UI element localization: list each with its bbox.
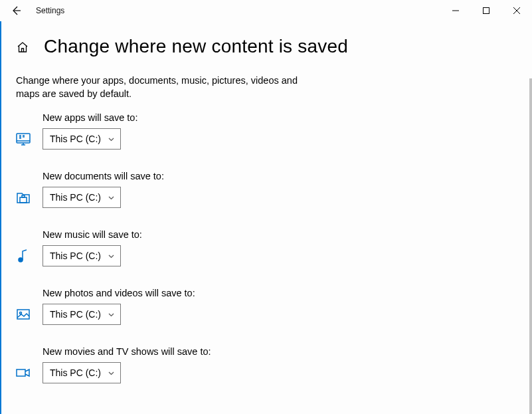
dropdown-value: This PC (C:) <box>50 367 101 378</box>
setting-apps: New apps will save to: This PC (C:) <box>16 112 517 150</box>
svg-rect-7 <box>17 369 25 376</box>
maximize-button[interactable] <box>471 0 501 21</box>
page-title: Change where new content is saved <box>44 36 348 57</box>
chevron-down-icon <box>108 253 115 260</box>
window-title: Settings <box>36 6 64 15</box>
chevron-down-icon <box>108 369 115 377</box>
svg-point-4 <box>19 258 23 262</box>
setting-photos: New photos and videos will save to: This… <box>16 288 517 325</box>
setting-movies: New movies and TV shows will save to: Th… <box>16 346 517 383</box>
chevron-down-icon <box>108 136 115 143</box>
home-button[interactable] <box>16 41 29 54</box>
close-icon <box>513 7 520 14</box>
svg-rect-3 <box>22 195 25 197</box>
music-location-dropdown[interactable]: This PC (C:) <box>43 245 121 266</box>
scrollbar[interactable] <box>529 78 532 414</box>
photos-location-dropdown[interactable]: This PC (C:) <box>43 304 121 325</box>
maximize-icon <box>483 7 489 14</box>
svg-rect-1 <box>17 134 30 143</box>
setting-movies-label: New movies and TV shows will save to: <box>43 346 517 357</box>
dropdown-value: This PC (C:) <box>50 251 101 261</box>
minimize-button[interactable] <box>440 0 471 21</box>
back-button[interactable] <box>5 0 27 21</box>
dropdown-value: This PC (C:) <box>50 192 101 203</box>
minimize-icon <box>452 7 459 14</box>
svg-point-6 <box>20 312 22 314</box>
movies-location-dropdown[interactable]: This PC (C:) <box>43 362 121 383</box>
svg-rect-2 <box>20 197 27 203</box>
page-description: Change where your apps, documents, music… <box>16 74 308 100</box>
titlebar: Settings <box>0 0 532 21</box>
chevron-down-icon <box>108 311 115 318</box>
documents-icon <box>16 190 31 205</box>
documents-location-dropdown[interactable]: This PC (C:) <box>43 187 121 208</box>
back-arrow-icon <box>11 5 21 16</box>
setting-music-label: New music will save to: <box>43 229 517 240</box>
photos-icon <box>16 307 31 322</box>
setting-documents: New documents will save to: This PC (C:) <box>16 171 517 208</box>
chevron-down-icon <box>108 194 115 201</box>
setting-apps-label: New apps will save to: <box>43 112 517 123</box>
setting-photos-label: New photos and videos will save to: <box>43 288 517 298</box>
apps-icon <box>16 132 31 146</box>
dropdown-value: This PC (C:) <box>50 134 101 144</box>
setting-music: New music will save to: This PC (C:) <box>16 229 517 266</box>
music-icon <box>16 249 31 263</box>
close-button[interactable] <box>501 0 532 21</box>
movies-icon <box>16 365 31 380</box>
home-icon <box>16 41 29 54</box>
window-controls <box>440 0 532 21</box>
svg-rect-0 <box>484 8 489 14</box>
setting-documents-label: New documents will save to: <box>43 171 517 181</box>
apps-location-dropdown[interactable]: This PC (C:) <box>43 128 121 150</box>
dropdown-value: This PC (C:) <box>50 309 101 320</box>
